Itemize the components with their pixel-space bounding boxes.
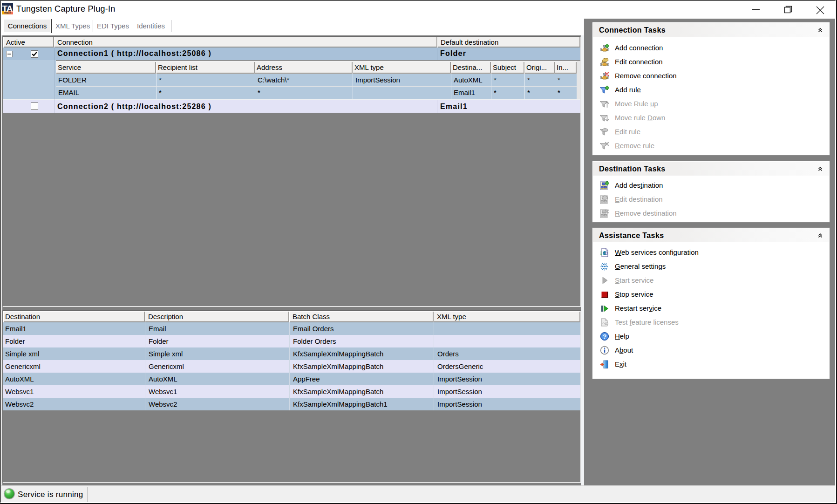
svg-text:ImpCn: ImpCn <box>4 12 11 14</box>
